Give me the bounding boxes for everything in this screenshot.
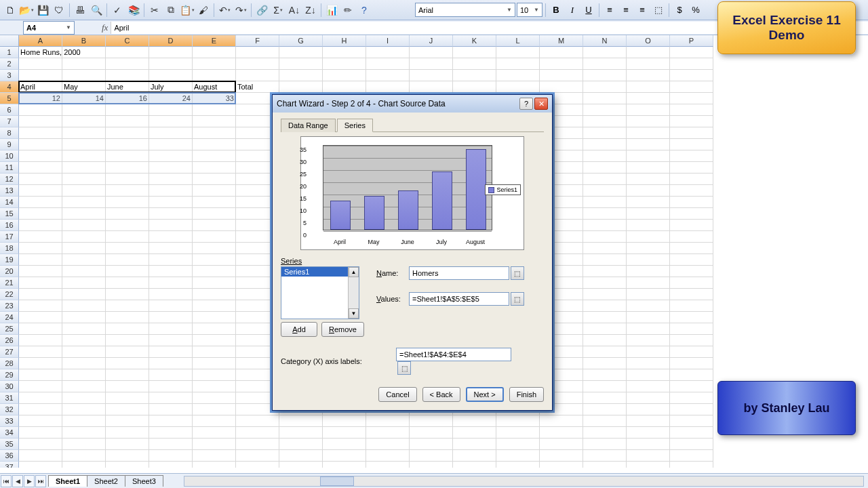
scrollbar-thumb[interactable]: [320, 476, 354, 486]
cell[interactable]: [410, 415, 453, 427]
cell[interactable]: [106, 300, 149, 312]
row-header[interactable]: 11: [0, 162, 19, 174]
cell[interactable]: [193, 289, 236, 300]
row-header[interactable]: 33: [0, 415, 19, 427]
row-header[interactable]: 9: [0, 139, 19, 150]
cell[interactable]: [106, 231, 149, 243]
cell[interactable]: [62, 404, 106, 415]
cell[interactable]: [193, 174, 236, 185]
cell[interactable]: [496, 70, 540, 81]
cell[interactable]: [236, 58, 279, 70]
cell[interactable]: [236, 47, 279, 58]
cell[interactable]: [670, 450, 713, 462]
cell[interactable]: [106, 243, 149, 254]
cell[interactable]: Total: [236, 81, 279, 93]
cell[interactable]: [670, 462, 713, 468]
cell[interactable]: [279, 450, 323, 462]
cell[interactable]: [627, 404, 670, 415]
cell[interactable]: [627, 208, 670, 220]
cell[interactable]: [496, 58, 540, 70]
cell[interactable]: [627, 462, 670, 468]
underline-button[interactable]: U: [581, 3, 596, 18]
cell[interactable]: [583, 312, 627, 323]
cell[interactable]: [106, 254, 149, 266]
drawing-icon[interactable]: ✏: [340, 3, 355, 18]
row-header[interactable]: 20: [0, 266, 19, 277]
row-header[interactable]: 10: [0, 150, 19, 162]
cell[interactable]: [366, 58, 410, 70]
row-header[interactable]: 24: [0, 312, 19, 323]
cell[interactable]: [62, 70, 106, 81]
cell[interactable]: [670, 81, 713, 93]
cell[interactable]: [323, 439, 366, 450]
cell[interactable]: [193, 231, 236, 243]
column-header[interactable]: O: [627, 35, 670, 47]
category-input[interactable]: [396, 348, 511, 361]
cell[interactable]: [193, 439, 236, 450]
cell[interactable]: [583, 415, 627, 427]
cell[interactable]: [583, 58, 627, 70]
column-header[interactable]: J: [410, 35, 453, 47]
select-all-corner[interactable]: [0, 35, 19, 47]
cell[interactable]: [627, 47, 670, 58]
cell[interactable]: [627, 450, 670, 462]
row-header[interactable]: 36: [0, 450, 19, 462]
cell[interactable]: [19, 450, 62, 462]
column-header[interactable]: H: [323, 35, 366, 47]
cell[interactable]: [62, 381, 106, 392]
cell[interactable]: [149, 104, 193, 116]
row-header[interactable]: 15: [0, 208, 19, 220]
row-header[interactable]: 2: [0, 58, 19, 70]
cell[interactable]: [496, 81, 540, 93]
cell[interactable]: [149, 208, 193, 220]
row-header[interactable]: 32: [0, 404, 19, 415]
cell[interactable]: [366, 70, 410, 81]
cell[interactable]: June: [106, 81, 149, 93]
column-header[interactable]: L: [496, 35, 540, 47]
cell[interactable]: [149, 462, 193, 468]
cell[interactable]: [62, 300, 106, 312]
cell[interactable]: [583, 231, 627, 243]
print-icon[interactable]: 🖶: [73, 3, 87, 18]
cell[interactable]: [62, 127, 106, 139]
cell[interactable]: [627, 289, 670, 300]
cell[interactable]: [149, 185, 193, 197]
cell[interactable]: [323, 462, 366, 468]
cell[interactable]: [583, 243, 627, 254]
cell[interactable]: [627, 381, 670, 392]
cell[interactable]: [149, 323, 193, 335]
cell[interactable]: [583, 254, 627, 266]
cell[interactable]: [410, 462, 453, 468]
cell[interactable]: [627, 439, 670, 450]
cell[interactable]: [670, 139, 713, 150]
row-header[interactable]: 13: [0, 185, 19, 197]
cell[interactable]: [62, 162, 106, 174]
cell[interactable]: [583, 150, 627, 162]
cell[interactable]: [583, 392, 627, 404]
cell[interactable]: [627, 243, 670, 254]
cell[interactable]: [62, 116, 106, 127]
sort-desc-icon[interactable]: Z↓: [303, 3, 318, 18]
cell[interactable]: [627, 231, 670, 243]
cell[interactable]: [496, 462, 540, 468]
cell[interactable]: [670, 335, 713, 346]
cell[interactable]: [279, 47, 323, 58]
cell[interactable]: [627, 266, 670, 277]
cell[interactable]: [193, 358, 236, 369]
cell[interactable]: [62, 185, 106, 197]
cell[interactable]: [670, 277, 713, 289]
cell[interactable]: [583, 346, 627, 358]
cell[interactable]: [19, 346, 62, 358]
cell[interactable]: [193, 266, 236, 277]
cell[interactable]: [193, 185, 236, 197]
cell[interactable]: [583, 266, 627, 277]
format-painter-icon[interactable]: 🖌: [196, 3, 211, 18]
name-box[interactable]: A4 ▼: [23, 21, 75, 35]
cell[interactable]: [62, 150, 106, 162]
cell[interactable]: [106, 392, 149, 404]
column-header[interactable]: P: [670, 35, 713, 47]
redo-icon[interactable]: ↷: [233, 3, 248, 18]
cell[interactable]: [62, 462, 106, 468]
row-header[interactable]: 18: [0, 243, 19, 254]
row-header[interactable]: 22: [0, 289, 19, 300]
